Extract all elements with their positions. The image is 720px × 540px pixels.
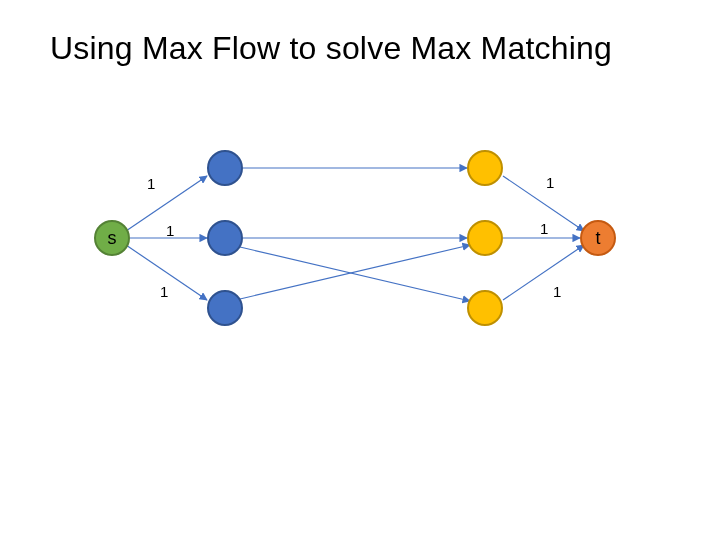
node-t-label: t bbox=[595, 228, 600, 249]
node-L3 bbox=[207, 290, 243, 326]
cap-R2-t: 1 bbox=[540, 220, 548, 237]
node-L2 bbox=[207, 220, 243, 256]
node-s-label: s bbox=[108, 228, 117, 249]
graph-edges bbox=[0, 0, 720, 540]
cap-R1-t: 1 bbox=[546, 174, 554, 191]
node-R2 bbox=[467, 220, 503, 256]
cap-s-L3: 1 bbox=[160, 283, 168, 300]
node-s: s bbox=[94, 220, 130, 256]
node-t: t bbox=[580, 220, 616, 256]
node-L1 bbox=[207, 150, 243, 186]
cap-R3-t: 1 bbox=[553, 283, 561, 300]
slide: Using Max Flow to solve Max Matching s bbox=[0, 0, 720, 540]
node-R1 bbox=[467, 150, 503, 186]
edge-R3-t bbox=[503, 245, 584, 300]
edge-L2-R3 bbox=[240, 247, 470, 301]
node-R3 bbox=[467, 290, 503, 326]
cap-s-L1: 1 bbox=[147, 175, 155, 192]
cap-s-L2: 1 bbox=[166, 222, 174, 239]
edge-L3-R2 bbox=[240, 245, 470, 299]
